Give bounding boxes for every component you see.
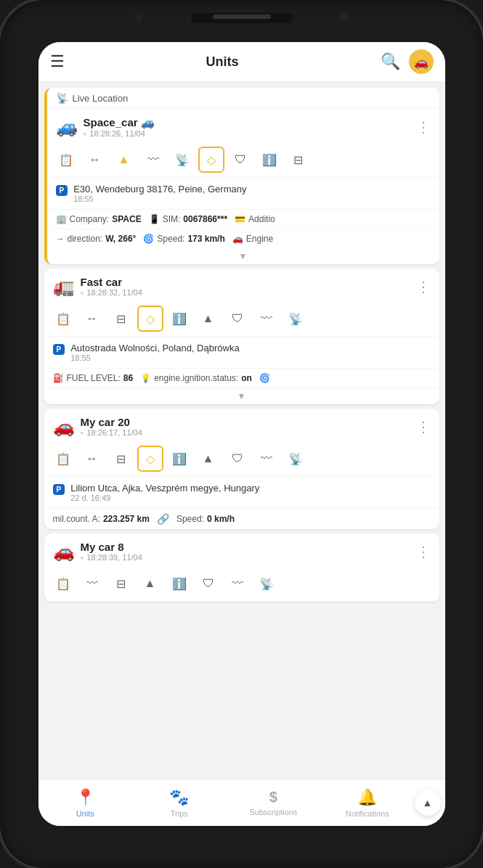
action-info-mc20[interactable]: ℹ️ xyxy=(166,446,192,472)
speed-icon: 🌀 xyxy=(143,234,154,244)
location-text-space-car: E30, Wendeburg 38176, Peine, Germany xyxy=(73,184,246,195)
unit-time-space-car: 18:28:26, 11/04 xyxy=(84,129,155,138)
expand-row-fast-car[interactable]: ▼ xyxy=(44,388,439,404)
location-text-fast-car: Autostrada Wolności, Poland, Dąbrówka xyxy=(70,343,239,353)
nav-label-subscriptions: Subscriptions xyxy=(249,808,297,816)
action-shield-mc20[interactable]: 🛡 xyxy=(224,446,251,472)
unit-menu-my-car-20[interactable]: ⋮ xyxy=(416,418,431,435)
expand-row-space-car[interactable]: ▼ xyxy=(47,248,439,264)
milcount-value: 223.257 km xyxy=(103,514,150,524)
menu-icon[interactable]: ☰ xyxy=(50,52,65,71)
nav-label-trips: Trips xyxy=(171,809,188,818)
unit-location-space-car: P E30, Wendeburg 38176, Peine, Germany 1… xyxy=(47,178,439,210)
action-track-mc20[interactable]: 〰 xyxy=(253,446,280,472)
action-live-mc20[interactable]: 📡 xyxy=(283,446,309,472)
unit-actions-my-car-20: 📋 ↔ ⊟ ◇ ℹ️ ▲ 🛡 〰 📡 xyxy=(44,441,439,477)
unit-name-my-car-20: My car 20 xyxy=(81,416,142,428)
action-box-mc20[interactable]: ⊟ xyxy=(108,446,134,472)
action-info[interactable]: ℹ️ xyxy=(256,147,283,173)
sim-icon: 📱 xyxy=(149,214,160,224)
phone-camera-right xyxy=(340,13,349,22)
action-diamond[interactable]: ◇ xyxy=(198,147,224,173)
unit-header-left-mc8: 🚗 My car 8 18:28:39, 11/04 xyxy=(53,541,142,562)
action-report-mc20[interactable]: 📋 xyxy=(50,446,76,472)
action-info-mc8[interactable]: ℹ️ xyxy=(166,570,192,597)
stat-engine: 🚗 Engine xyxy=(232,234,273,244)
action-route-mc20[interactable]: ↔ xyxy=(79,446,105,472)
action-shield[interactable]: 🛡 xyxy=(227,147,253,173)
action-navigate[interactable]: ▲ xyxy=(111,147,137,173)
location-info-fast-car: Autostrada Wolności, Poland, Dąbrówka 18… xyxy=(70,343,239,362)
unit-icon-my-car-8: 🚗 xyxy=(53,541,75,562)
unit-header-fast-car: 🚛 Fast car 18:28:32, 11/04 ⋮ xyxy=(44,269,439,301)
unit-info-space-car: Space_car 🚙 18:28:26, 11/04 xyxy=(84,116,155,138)
card-icon: 💳 xyxy=(235,214,245,224)
unit-menu-my-car-8[interactable]: ⋮ xyxy=(416,543,431,560)
action-track[interactable]: 〰 xyxy=(140,147,166,173)
live-dot-icon: 📡 xyxy=(56,92,68,104)
nav-icon-trips: 🐾 xyxy=(169,788,189,807)
action-box-mc8[interactable]: ⊟ xyxy=(108,570,134,597)
detail-additional: 💳 Additio xyxy=(235,214,275,224)
detail-speedometer: 🌀 xyxy=(259,373,270,383)
speed-label-mc20: Speed: xyxy=(176,514,204,524)
action-shield-fc[interactable]: 🛡 xyxy=(224,306,251,332)
unit-header-left: 🚙 Space_car 🚙 18:28:26, 11/04 xyxy=(56,116,155,138)
unit-header-my-car-8: 🚗 My car 8 18:28:39, 11/04 ⋮ xyxy=(44,533,439,566)
engine-label: Engine xyxy=(246,234,273,244)
location-time-space-car: 18:55 xyxy=(73,195,246,203)
unit-name-fast-car: Fast car xyxy=(81,276,142,288)
unit-time-fast-car: 18:28:32, 11/04 xyxy=(81,288,142,297)
nav-item-units[interactable]: 📍 Units xyxy=(38,779,133,826)
nav-item-notifications[interactable]: 🔔 Notifications xyxy=(320,779,415,826)
action-report-mc8[interactable]: 📋 xyxy=(50,570,76,597)
top-bar-icons: 🔍 🚗 xyxy=(381,49,434,74)
unit-card-space-car: 📡 Live Location 🚙 Space_car 🚙 18:28:26, … xyxy=(44,88,439,264)
unit-time-my-car-20: 18:26:17, 11/04 xyxy=(81,428,142,437)
action-navigate-mc8[interactable]: ▲ xyxy=(137,570,163,597)
search-icon[interactable]: 🔍 xyxy=(381,52,400,71)
action-live[interactable]: 📡 xyxy=(169,147,195,173)
scroll-up-button[interactable]: ▲ xyxy=(415,790,441,816)
avatar[interactable]: 🚗 xyxy=(409,49,434,74)
phone-camera-left xyxy=(134,13,143,22)
unit-name-my-car-8: My car 8 xyxy=(81,541,142,553)
unit-menu-fast-car[interactable]: ⋮ xyxy=(416,278,431,295)
company-label: Company: xyxy=(70,214,110,224)
action-report-fc[interactable]: 📋 xyxy=(50,306,76,332)
action-route-fc[interactable]: ↔ xyxy=(79,306,105,332)
direction-label: direction: xyxy=(68,234,103,244)
action-route-mc8[interactable]: 〰 xyxy=(79,570,105,597)
action-shield-mc8[interactable]: 🛡 xyxy=(195,570,222,597)
action-live-fc[interactable]: 📡 xyxy=(283,306,309,332)
action-track-fc[interactable]: 〰 xyxy=(253,306,280,332)
action-diamond-mc20[interactable]: ◇ xyxy=(137,446,163,472)
action-diamond-fc[interactable]: ◇ xyxy=(137,306,163,332)
unit-info-my-car-20: My car 20 18:26:17, 11/04 xyxy=(81,416,142,437)
top-bar: ☰ Units 🔍 🚗 xyxy=(38,42,445,82)
action-live-mc8[interactable]: 📡 xyxy=(253,570,280,597)
nav-icon-units: 📍 xyxy=(76,788,95,807)
direction-value: W, 266° xyxy=(105,234,136,244)
action-box[interactable]: ⊟ xyxy=(285,147,312,173)
action-navigate-mc20[interactable]: ▲ xyxy=(195,446,222,472)
action-track-mc8[interactable]: 〰 xyxy=(224,570,251,597)
unit-details-space-car: 🏢 Company: SPACE 📱 SIM: 0067866*** 💳 Add… xyxy=(47,210,439,229)
unit-menu-space-car[interactable]: ⋮ xyxy=(416,118,431,136)
unit-actions-my-car-8: 📋 〰 ⊟ ▲ ℹ️ 🛡 〰 📡 xyxy=(44,566,439,602)
expand-icon-space-car: ▼ xyxy=(239,251,248,261)
action-box-fc[interactable]: ⊟ xyxy=(108,306,134,332)
nav-item-trips[interactable]: 🐾 Trips xyxy=(132,779,227,826)
action-report[interactable]: 📋 xyxy=(53,147,79,173)
unit-actions-space-car: 📋 ↔ ▲ 〰 📡 ◇ 🛡 ℹ️ ⊟ xyxy=(47,142,439,178)
live-location-label: Live Location xyxy=(73,93,129,104)
stat-milcount: mil.count. A: 223.257 km xyxy=(53,514,150,524)
action-route[interactable]: ↔ xyxy=(82,147,108,173)
detail-sim: 📱 SIM: 0067866*** xyxy=(149,214,227,224)
action-navigate-fc[interactable]: ▲ xyxy=(195,306,222,332)
ignition-value: on xyxy=(241,373,252,383)
detail-fuel: ⛽ FUEL LEVEL: 86 xyxy=(53,373,134,383)
action-info-fc[interactable]: ℹ️ xyxy=(166,306,192,332)
direction-icon: → xyxy=(56,234,65,244)
nav-item-subscriptions[interactable]: $ Subscriptions xyxy=(227,779,321,826)
